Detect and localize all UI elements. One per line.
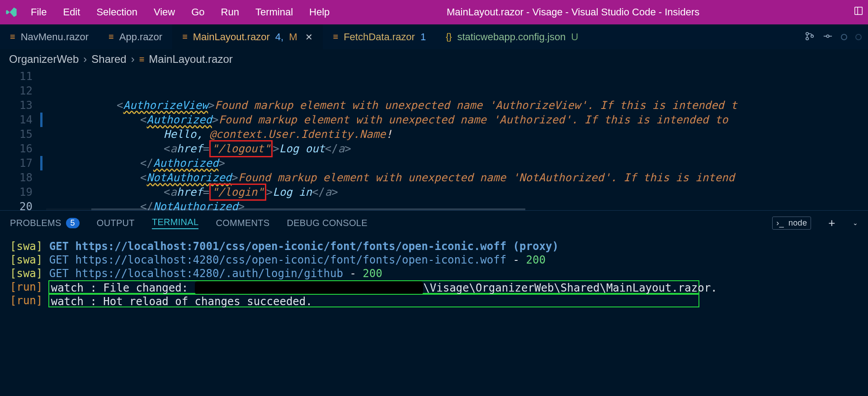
line-number: 12: [0, 84, 33, 98]
razor-file-icon: ≡: [333, 32, 338, 42]
terminal-line: [swa] GET https://localhost:4280/css/ope…: [10, 253, 858, 267]
terminal-body: GET https://localhost:4280/css/open-icon…: [49, 253, 546, 267]
tabbar: ≡NavMenu.razor≡App.razor≡MainLayout.razo…: [0, 24, 868, 49]
menu-go[interactable]: Go: [183, 6, 212, 18]
terminal[interactable]: [swa] GET https://localhost:7001/css/ope…: [0, 235, 868, 307]
code-area[interactable]: <AuthorizeView> Found markup element wit…: [46, 69, 868, 210]
panel-tab-comments[interactable]: COMMENTS: [216, 218, 269, 228]
json-file-icon: {}: [446, 32, 452, 42]
terminal-prefix: [swa]: [10, 267, 49, 280]
breadcrumb-part[interactable]: MainLayout.razor: [149, 53, 232, 66]
tab-fetchdata-razor[interactable]: ≡FetchData.razor 1: [323, 24, 436, 49]
tab-status: U: [571, 31, 578, 43]
breadcrumb-part[interactable]: OrganizerWeb: [9, 53, 79, 66]
line-number: 17: [0, 156, 33, 170]
code-line[interactable]: Hello, @context.User.Identity.Name!: [46, 127, 868, 141]
window-title: MainLayout.razor - Visage - Visual Studi…: [338, 6, 854, 18]
line-number: 13: [0, 98, 33, 113]
line-number: 14: [0, 113, 33, 127]
razor-file-icon: ≡: [139, 54, 145, 65]
tab-staticwebapp-config-json[interactable]: {}staticwebapp.config.json U: [436, 24, 588, 49]
line-number: 16: [0, 141, 33, 156]
line-number: 15: [0, 127, 33, 141]
problems-count-badge: 5: [66, 218, 80, 228]
panel-tab-label: COMMENTS: [216, 218, 269, 228]
gutter: 11121314151617181920: [0, 69, 46, 210]
tab-app-razor[interactable]: ≡App.razor: [99, 24, 172, 49]
code-line[interactable]: </Authorized>: [46, 156, 868, 170]
panel-tab-label: TERMINAL: [152, 217, 199, 227]
menu-selection[interactable]: Selection: [88, 6, 146, 18]
compare-changes-icon[interactable]: [805, 31, 815, 43]
tab-navmenu-razor[interactable]: ≡NavMenu.razor: [0, 24, 99, 49]
dim-circle-icon[interactable]: [841, 34, 847, 40]
terminal-body: watch : Hot reload of changes succeeded.: [48, 294, 699, 307]
panel-tab-label: OUTPUT: [97, 218, 135, 228]
terminal-selector[interactable]: ›_node: [772, 217, 811, 230]
svg-point-2: [806, 32, 809, 35]
titlebar: FileEditSelectionViewGoRunTerminalHelp M…: [0, 0, 868, 24]
menu-run[interactable]: Run: [213, 6, 247, 18]
tab-label: App.razor: [119, 31, 162, 43]
terminal-body: watch : File changed: xxxxxxxxxxxxxxxxxx…: [48, 280, 699, 294]
layout-icon[interactable]: [854, 6, 863, 19]
menu-bar: FileEditSelectionViewGoRunTerminalHelp: [23, 6, 338, 18]
horizontal-scrollbar-thumb[interactable]: [91, 208, 525, 210]
chevron-right-icon: ›: [131, 53, 135, 66]
razor-file-icon: ≡: [10, 32, 15, 42]
tab-badge: 1: [420, 31, 426, 43]
editor[interactable]: 11121314151617181920 <AuthorizeView> Fou…: [0, 69, 868, 210]
menu-help[interactable]: Help: [301, 6, 338, 18]
svg-point-5: [826, 35, 829, 38]
app-icon: [0, 0, 23, 24]
code-line[interactable]: <NotAuthorized> Found markup element wit…: [46, 170, 868, 185]
terminal-prefix: [run]: [10, 280, 49, 294]
terminal-prefix: [swa]: [10, 253, 49, 267]
breadcrumb[interactable]: OrganizerWeb › Shared › ≡ MainLayout.raz…: [0, 49, 868, 69]
razor-file-icon: ≡: [108, 32, 114, 42]
terminal-line: [swa] GET https://localhost:4280/.auth/l…: [10, 267, 858, 280]
menu-view[interactable]: View: [146, 6, 183, 18]
panel-tab-label: PROBLEMS: [10, 218, 61, 228]
terminal-dropdown-icon[interactable]: ⌄: [853, 219, 858, 226]
terminal-line: [swa] GET https://localhost:7001/css/ope…: [10, 240, 858, 253]
tab-mainlayout-razor[interactable]: ≡MainLayout.razor 4, M✕: [172, 24, 323, 49]
menu-file[interactable]: File: [23, 6, 55, 18]
code-line[interactable]: <Authorized> Found markup element with u…: [46, 113, 868, 127]
code-line[interactable]: <AuthorizeView> Found markup element wit…: [46, 98, 868, 113]
commit-graph-icon[interactable]: [823, 31, 833, 43]
razor-file-icon: ≡: [182, 32, 188, 42]
line-number: 11: [0, 69, 33, 84]
bottom-panel: PROBLEMS5OUTPUTTERMINALCOMMENTSDEBUG CON…: [0, 210, 868, 307]
terminal-line: [run] watch : File changed: xxxxxxxxxxxx…: [10, 280, 858, 294]
tab-badge: 4,: [275, 31, 283, 43]
line-number: 20: [0, 199, 33, 214]
new-terminal-button[interactable]: +: [828, 216, 835, 230]
line-number: 19: [0, 185, 33, 199]
chevron-right-icon: ›: [83, 53, 87, 66]
code-line[interactable]: <a href="/login">Log in</a>: [46, 185, 868, 199]
code-line[interactable]: <a href="/logout">Log out</a>: [46, 141, 868, 156]
menu-edit[interactable]: Edit: [55, 6, 88, 18]
terminal-prefix: [run]: [10, 294, 49, 307]
panel-tab-problems[interactable]: PROBLEMS5: [10, 218, 80, 228]
svg-point-3: [806, 37, 809, 40]
line-number: 18: [0, 170, 33, 185]
tab-label: staticwebapp.config.json: [457, 31, 566, 43]
svg-rect-0: [855, 7, 863, 15]
terminal-body: GET https://localhost:7001/css/open-icon…: [49, 240, 559, 253]
panel-tab-debug-console[interactable]: DEBUG CONSOLE: [287, 218, 367, 228]
terminal-body: GET https://localhost:4280/.auth/login/g…: [49, 267, 382, 280]
modified-line-indicator: [40, 113, 42, 127]
panel-tab-output[interactable]: OUTPUT: [97, 218, 135, 228]
terminal-name: node: [788, 218, 807, 228]
terminal-caret-icon: ›_: [776, 218, 784, 228]
dim-circle-icon[interactable]: [855, 34, 862, 40]
panel-tab-terminal[interactable]: TERMINAL: [152, 217, 199, 229]
menu-terminal[interactable]: Terminal: [247, 6, 301, 18]
terminal-line: [run] watch : Hot reload of changes succ…: [10, 294, 858, 307]
tab-label: FetchData.razor: [344, 31, 415, 43]
breadcrumb-part[interactable]: Shared: [91, 53, 126, 66]
panel-tabs: PROBLEMS5OUTPUTTERMINALCOMMENTSDEBUG CON…: [0, 211, 868, 235]
close-icon[interactable]: ✕: [302, 32, 313, 42]
